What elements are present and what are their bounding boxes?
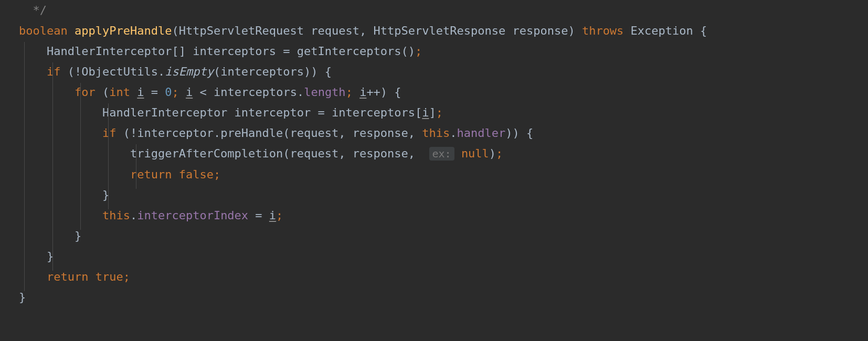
comma2: ,: [338, 126, 353, 140]
l6b: response: [353, 126, 408, 140]
r5: ]: [429, 106, 436, 119]
kw-return-2: return: [47, 270, 88, 283]
code-block[interactable]: */ boolean applyPreHandle(HttpServletReq…: [0, 0, 868, 307]
semi7: ;: [276, 209, 283, 222]
var-i-5: i: [269, 209, 276, 222]
params-2: HttpServletResponse response): [374, 24, 582, 37]
exception: Exception {: [623, 24, 707, 37]
l3b: (interceptors)) {: [214, 65, 332, 78]
semi: ;: [415, 45, 422, 58]
brace-close-4: }: [19, 291, 26, 304]
f-interceptor-index: interceptorIndex: [137, 209, 248, 222]
kw-if: if: [47, 65, 61, 78]
kw-this-2: this: [102, 209, 130, 222]
indent-guide: [108, 103, 109, 209]
l7resp: response: [353, 147, 408, 160]
eq: =: [144, 86, 165, 99]
l7b: ): [489, 147, 496, 160]
comma: ,: [359, 24, 374, 37]
comma5: ,: [408, 147, 422, 160]
kw-false: false: [179, 168, 214, 181]
l4a: (: [96, 86, 110, 99]
indent-guide: [52, 62, 53, 271]
params-1: (HttpServletRequest request: [172, 24, 359, 37]
semi4: ;: [436, 106, 443, 119]
indent-guide: [24, 42, 25, 291]
semi3: ;: [346, 86, 353, 99]
kw-this: this: [422, 126, 450, 140]
indent-guide: [80, 83, 81, 230]
l3a: (!ObjectUtils.: [60, 65, 165, 78]
semi6: ;: [214, 168, 220, 181]
comment-end: */: [33, 4, 47, 17]
l4b: < interceptors.: [193, 86, 304, 99]
dot: .: [450, 126, 457, 140]
var-i-1: i: [137, 86, 144, 99]
method-name: applyPreHandle: [75, 24, 172, 37]
l6c: )) {: [505, 126, 533, 140]
comma3: ,: [408, 126, 422, 140]
l4c: ++) {: [366, 86, 401, 99]
comma4: ,: [338, 147, 353, 160]
kw-boolean: boolean: [19, 24, 68, 37]
l7a: triggerAfterCompletion(request: [130, 147, 338, 160]
kw-if-2: if: [102, 126, 117, 140]
f-length: length: [304, 86, 345, 99]
l6a: (!interceptor.preHandle(request: [116, 126, 338, 140]
param-hint: ex:: [429, 147, 454, 161]
semi5: ;: [496, 147, 503, 160]
indent-guide: [136, 144, 136, 189]
dot2: .: [130, 209, 137, 222]
kw-throws: throws: [582, 24, 623, 37]
kw-true: true: [96, 270, 123, 283]
kw-int: int: [109, 86, 130, 99]
eq2: =: [248, 209, 269, 222]
sp: [130, 86, 137, 99]
code-editor[interactable]: */ boolean applyPreHandle(HttpServletReq…: [0, 0, 868, 307]
var-i-4: i: [422, 106, 429, 119]
semi2: ;: [172, 86, 178, 99]
m-isempty: isEmpty: [165, 65, 214, 78]
l5: HandlerInterceptor interceptor = interce…: [102, 106, 422, 119]
semi8: ;: [123, 270, 130, 283]
line-2: HandlerInterceptor[] interceptors = getI…: [47, 45, 415, 58]
brace-close-2: }: [75, 229, 81, 242]
kw-null: null: [461, 147, 489, 160]
kw-for: for: [75, 86, 96, 99]
f-handler: handler: [457, 126, 506, 140]
var-i-2: i: [186, 86, 193, 99]
var-i-3: i: [359, 86, 366, 99]
num-0: 0: [165, 86, 172, 99]
